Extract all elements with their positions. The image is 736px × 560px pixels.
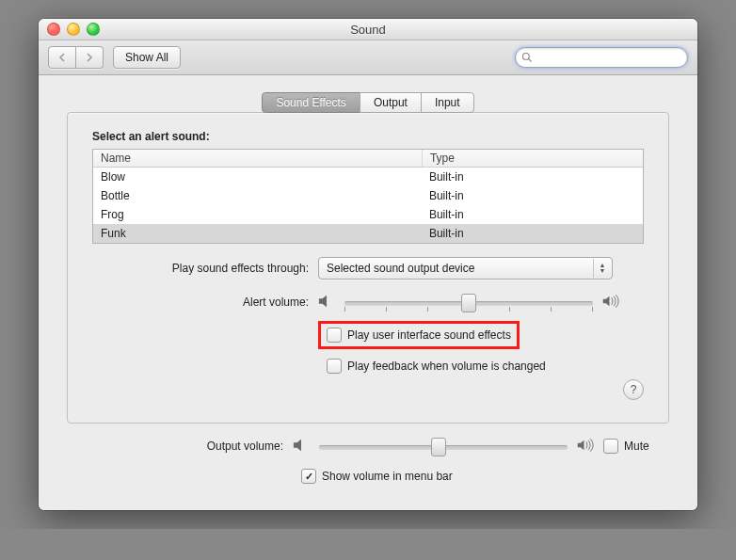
forward-button[interactable] — [76, 46, 104, 69]
mute-label: Mute — [624, 440, 649, 453]
tab-input[interactable]: Input — [421, 92, 474, 113]
popup-arrows-icon: ▲▼ — [593, 259, 611, 278]
tab-bar: Sound Effects Output Input — [67, 92, 669, 113]
output-volume-slider[interactable] — [319, 437, 568, 456]
volume-high-icon — [602, 294, 619, 312]
list-item[interactable]: Blow Built-in — [93, 168, 643, 186]
output-volume-label: Output volume: — [67, 440, 293, 453]
alert-sound-list[interactable]: Name Type Blow Built-in Bottle Built-in … — [92, 149, 644, 244]
show-in-menubar-row: Show volume in menu bar — [67, 465, 669, 488]
zoom-window-button[interactable] — [87, 23, 100, 36]
svg-line-1 — [529, 59, 532, 62]
show-in-menubar-checkbox[interactable] — [301, 469, 316, 484]
show-in-menubar-label: Show volume in menu bar — [322, 470, 453, 483]
svg-point-0 — [523, 54, 530, 60]
tab-output[interactable]: Output — [360, 92, 422, 113]
show-all-label: Show All — [125, 51, 168, 64]
list-item[interactable]: Bottle Built-in — [93, 186, 643, 205]
traffic-lights — [39, 23, 100, 36]
help-icon: ? — [631, 383, 637, 396]
sound-effects-panel: Select an alert sound: Name Type Blow Bu… — [67, 112, 669, 424]
list-item[interactable]: Funk Built-in — [93, 224, 643, 243]
tab-sound-effects[interactable]: Sound Effects — [262, 92, 360, 113]
show-all-button[interactable]: Show All — [113, 46, 181, 69]
play-through-popup[interactable]: Selected sound output device ▲▼ — [318, 257, 613, 280]
list-header: Name Type — [93, 150, 643, 168]
nav-buttons — [48, 46, 104, 69]
column-name[interactable]: Name — [93, 150, 423, 167]
back-button[interactable] — [48, 46, 76, 69]
toolbar: Show All — [39, 40, 697, 75]
output-volume-row: Output volume: Mute — [67, 437, 669, 456]
play-through-label: Play sound effects through: — [92, 262, 318, 275]
search-input[interactable] — [536, 50, 681, 65]
volume-low-icon — [318, 294, 335, 312]
column-type[interactable]: Type — [423, 150, 643, 167]
chevron-right-icon — [86, 53, 93, 62]
chevron-left-icon — [58, 53, 66, 62]
volume-low-icon — [293, 438, 310, 456]
minimize-window-button[interactable] — [67, 23, 80, 36]
list-item[interactable]: Frog Built-in — [93, 205, 643, 224]
search-field[interactable] — [515, 47, 688, 68]
output-volume-section: Output volume: Mute — [67, 437, 669, 488]
titlebar: Sound — [39, 19, 697, 40]
feedback-checkbox[interactable] — [327, 359, 342, 374]
alert-sound-heading: Select an alert sound: — [92, 130, 644, 143]
play-through-value: Selected sound output device — [327, 262, 474, 275]
feedback-row: Play feedback when volume is changed — [92, 355, 644, 377]
alert-volume-label: Alert volume: — [92, 296, 318, 309]
ui-sounds-checkbox[interactable] — [327, 328, 342, 343]
sound-preferences-window: Sound Show All Sound Effects Output Inpu… — [39, 19, 697, 510]
close-window-button[interactable] — [47, 23, 60, 36]
volume-high-icon — [577, 438, 594, 456]
alert-volume-row: Alert volume: — [92, 293, 644, 312]
feedback-label: Play feedback when volume is changed — [347, 360, 546, 373]
window-title: Sound — [39, 23, 697, 37]
highlight-annotation: Play user interface sound effects — [318, 321, 520, 349]
help-button[interactable]: ? — [623, 379, 644, 400]
ui-sounds-label: Play user interface sound effects — [347, 328, 511, 342]
search-icon — [521, 52, 533, 63]
content-area: Sound Effects Output Input Select an ale… — [39, 75, 697, 510]
ui-sounds-row: Play user interface sound effects — [92, 321, 644, 349]
play-through-row: Play sound effects through: Selected sou… — [92, 257, 644, 280]
alert-volume-slider[interactable] — [344, 293, 593, 312]
mute-checkbox[interactable] — [603, 439, 618, 454]
